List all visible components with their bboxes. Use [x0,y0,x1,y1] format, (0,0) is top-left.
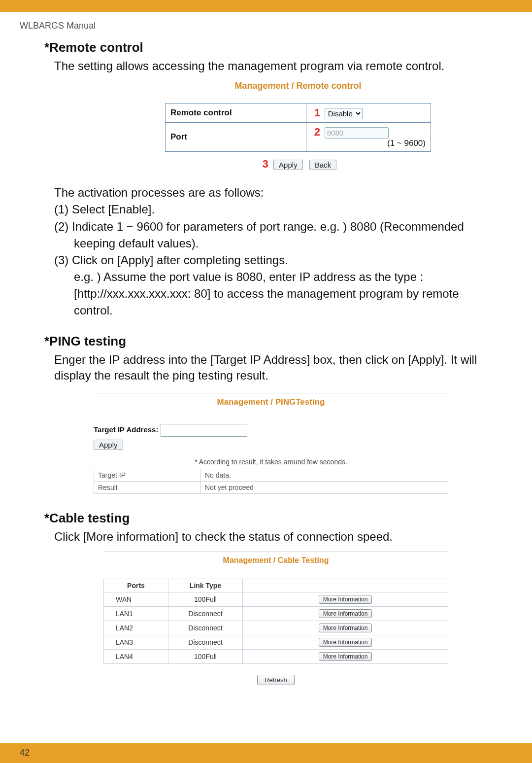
page-content: WLBARGS Manual *Remote control The setti… [0,12,532,685]
remote-control-table: Remote control 1 Disable Port 2 (1 ~ 960… [165,103,431,152]
col-link-type: Link Type [168,579,243,592]
refresh-button[interactable]: Refresh [257,675,295,685]
action-cell: More Information [243,607,448,621]
port-name: LAN3 [104,635,168,650]
more-information-button[interactable]: More Information [319,652,372,661]
table-row: LAN2 Disconnect More Information [104,621,448,635]
section-heading-remote: *Remote control [44,40,502,55]
remote-control-select[interactable]: Disable [325,108,363,119]
more-information-button[interactable]: More Information [319,638,372,647]
divider [103,552,448,552]
cable-fig-title: Management / Cable Testing [103,556,448,565]
more-information-button[interactable]: More Information [319,595,372,604]
port-range-hint: (1 ~ 9600) [387,139,426,148]
port-value-cell: 2 (1 ~ 9600) [306,123,431,152]
step-line: e.g. ) Assume the port value is 8080, en… [54,269,502,285]
table-header-row: Ports Link Type [104,579,448,592]
ping-figure: Management / PINGTesting Target IP Addre… [94,393,448,494]
port-name: LAN4 [104,650,168,664]
link-type: 100Full [168,650,243,664]
result-value: Not yet proceed [201,481,448,493]
manual-title: WLBARGS Manual [20,21,502,31]
link-type: Disconnect [168,621,243,635]
apply-button[interactable]: Apply [273,160,303,170]
col-action [243,579,448,592]
result-label: Target IP [94,469,201,481]
port-label: Port [166,123,306,152]
table-row: LAN4 100Full More Information [104,650,448,664]
ping-note: * According to result, it takes around f… [94,458,448,466]
table-row: LAN3 Disconnect More Information [104,635,448,650]
action-cell: More Information [243,650,448,664]
remote-steps: The activation processes are as follows:… [54,184,502,319]
remote-control-label: Remote control [166,104,306,123]
step-line: keeping default values). [54,235,502,252]
ping-fig-title: Management / PINGTesting [94,397,448,407]
cable-table: Ports Link Type WAN 100Full More Informa… [103,579,448,664]
col-ports: Ports [104,579,168,592]
target-ip-row: Target IP Address: [94,424,448,437]
callout-2: 2 [311,126,320,139]
step-line: (1) Select [Enable]. [54,201,502,218]
link-type: 100Full [168,592,243,607]
more-information-button[interactable]: More Information [319,624,372,632]
section-heading-ping: *PING testing [44,334,502,349]
cable-intro: Click [More information] to check the st… [54,529,502,545]
step-line: (2) Indicate 1 ~ 9600 for parameters of … [54,218,502,235]
table-row: Remote control 1 Disable [166,104,431,123]
section-heading-cable: *Cable testing [44,511,502,526]
divider [94,393,448,393]
port-name: LAN2 [104,621,168,635]
remote-control-value-cell: 1 Disable [306,104,431,123]
port-input[interactable] [325,127,389,139]
callout-1: 1 [311,106,320,119]
remote-intro: The setting allows accessing the managem… [54,58,502,74]
callout-3: 3 [260,158,268,171]
refresh-row: Refresh [103,675,448,685]
more-information-button[interactable]: More Information [319,609,372,618]
action-cell: More Information [243,635,448,650]
port-name: LAN1 [104,607,168,621]
table-row: Target IP No data. [94,469,448,481]
step-line: control. [54,302,502,319]
table-row: WAN 100Full More Information [104,592,448,607]
target-ip-label: Target IP Address: [94,425,158,434]
link-type: Disconnect [168,635,243,650]
remote-fig-title: Management / Remote control [94,81,502,91]
result-label: Result [94,481,201,493]
page-number: 42 [20,748,30,758]
remote-figure: Management / Remote control Remote contr… [94,81,502,171]
step-line: (3) Click on [Apply] after completing se… [54,252,502,269]
ping-result-table: Target IP No data. Result Not yet procee… [94,469,448,494]
table-row: LAN1 Disconnect More Information [104,607,448,621]
cable-figure: Management / Cable Testing Ports Link Ty… [103,552,448,685]
action-cell: More Information [243,621,448,635]
top-accent-bar [0,0,532,12]
table-row: Port 2 (1 ~ 9600) [166,123,431,152]
link-type: Disconnect [168,607,243,621]
remote-actions: 3 Apply Back [94,158,502,171]
step-line: [http://xxx.xxx.xxx.xxx: 80] to access t… [54,285,502,302]
ping-intro: Enger the IP address into the [Target IP… [54,352,502,384]
bottom-accent-bar [0,743,532,763]
target-ip-input[interactable] [161,424,247,437]
ping-apply-button[interactable]: Apply [94,440,123,450]
manual-page: WLBARGS Manual *Remote control The setti… [0,0,532,763]
action-cell: More Information [243,592,448,607]
table-row: Result Not yet proceed [94,481,448,493]
ping-apply-row: Apply [94,440,448,450]
result-value: No data. [201,469,448,481]
port-name: WAN [104,592,168,607]
back-button[interactable]: Back [309,160,336,170]
step-line: The activation processes are as follows: [54,184,502,201]
